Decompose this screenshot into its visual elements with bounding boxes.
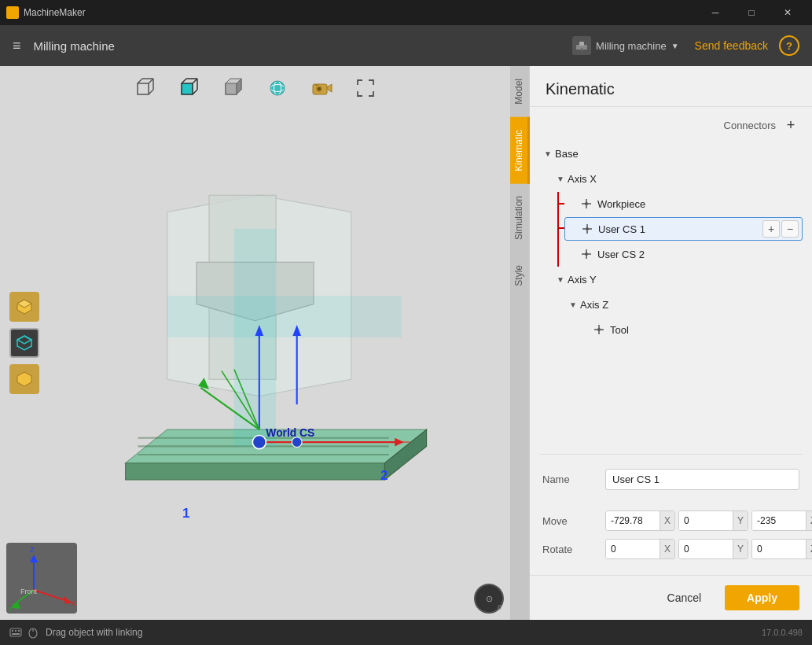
solid-wireframe-button[interactable] [175, 74, 204, 102]
move-x-wrap: X [605, 510, 675, 531]
statusbar-icons [9, 626, 39, 639]
svg-rect-13 [182, 83, 193, 94]
svg-rect-6 [581, 48, 582, 51]
apply-button[interactable]: Apply [725, 585, 799, 610]
rotate-y-wrap: Y [678, 539, 748, 559]
svg-point-31 [318, 87, 321, 90]
svg-rect-7 [138, 83, 149, 94]
maximize-button[interactable]: □ [733, 0, 770, 25]
tree-row-user-cs-2[interactable]: ▶ User CS 2 [564, 242, 803, 266]
tree-row-workpiece[interactable]: ▶ Workpiece [564, 192, 803, 216]
svg-rect-94 [15, 630, 17, 632]
connectors-header: Connectors + [530, 107, 812, 140]
panel-title: Kinematic [530, 66, 812, 107]
svg-point-91 [597, 328, 601, 331]
move-y-input[interactable] [679, 511, 733, 530]
tree-toggle-axis-y[interactable]: ▼ [555, 274, 566, 285]
svg-rect-22 [226, 83, 237, 94]
tree-node-user-cs-1: ▶ User CS 1 + − [564, 217, 803, 241]
rotate-z-input[interactable] [752, 540, 806, 558]
tree-add-button[interactable]: + [762, 220, 780, 238]
rotate-x-input[interactable] [606, 540, 660, 558]
move-coords: X Y Z [605, 510, 812, 531]
tree-row-axis-y[interactable]: ▼ Axis Y [552, 267, 803, 291]
status-text: Drag object with linking [46, 627, 755, 638]
tree-toggle-axis-z[interactable]: ▼ [568, 299, 579, 310]
kinematic-tree: ▼ Base ▼ Axis X [530, 140, 812, 448]
svg-rect-2 [8, 13, 12, 17]
move-z-axis: Z [806, 511, 812, 530]
svg-rect-96 [12, 633, 20, 635]
move-z-wrap: Z [751, 510, 812, 531]
app-title: MachineMaker [24, 7, 697, 18]
machine-scene: World CS 1 2 [0, 113, 510, 612]
style-tab[interactable]: Style [510, 252, 530, 299]
panel-divider [539, 454, 803, 455]
tree-row-base[interactable]: ▼ Base [539, 142, 803, 165]
tree-row-axis-z[interactable]: ▼ Axis Z [564, 293, 803, 316]
svg-point-65 [292, 437, 302, 448]
cube-tool-3[interactable] [9, 364, 39, 394]
solid-button[interactable] [219, 74, 248, 102]
menu-icon[interactable]: ≡ [13, 38, 21, 54]
svg-marker-49 [167, 296, 402, 337]
cube-tool-1[interactable] [9, 292, 39, 322]
kinematic-tab[interactable]: Kinematic [510, 117, 530, 184]
minimize-button[interactable]: ─ [697, 0, 733, 25]
svg-line-15 [193, 79, 197, 83]
svg-text:2: 2 [380, 468, 388, 483]
main-area: World CS 1 2 Z X [0, 66, 812, 620]
add-connector-button[interactable]: + [782, 116, 799, 134]
move-z-input[interactable] [752, 511, 806, 530]
perspective-button[interactable] [263, 74, 292, 102]
send-feedback-button[interactable]: Send feedback [695, 39, 768, 52]
tree-label-user-cs-1: User CS 1 [598, 223, 645, 235]
svg-line-14 [182, 79, 186, 83]
tree-toggle-axis-x[interactable]: ▼ [555, 173, 566, 184]
fit-view-button[interactable] [351, 74, 380, 102]
svg-rect-0 [8, 8, 12, 12]
view-toolbar [0, 74, 510, 102]
camera-button[interactable] [307, 74, 336, 102]
move-row: Move X Y Z [542, 510, 799, 531]
svg-text:1: 1 [182, 506, 189, 521]
viewport[interactable]: World CS 1 2 Z X [0, 66, 510, 620]
cube-tool-2[interactable] [9, 328, 39, 358]
camera-reset-icon[interactable]: ⊙ 0 [474, 584, 504, 614]
tree-remove-button[interactable]: − [781, 220, 799, 238]
cs-icon-tool [593, 323, 605, 336]
svg-marker-36 [17, 336, 31, 344]
tree-toggle-base[interactable]: ▼ [542, 148, 553, 159]
move-x-input[interactable] [606, 511, 660, 530]
tree-actions-user-cs-1: + − [762, 220, 799, 238]
svg-rect-95 [18, 630, 20, 632]
tree-row-axis-x[interactable]: ▼ Axis X [552, 167, 803, 190]
svg-rect-3 [13, 13, 17, 17]
svg-line-8 [138, 79, 142, 83]
tree-row-user-cs-1[interactable]: ▶ User CS 1 + − [564, 217, 803, 241]
svg-line-10 [149, 90, 153, 94]
tree-label-workpiece: Workpiece [597, 198, 799, 210]
svg-point-82 [585, 202, 588, 205]
camera-reset-button[interactable]: ⊙ 0 [474, 584, 504, 614]
app-name-label: Milling machine [34, 39, 573, 53]
rotate-z-axis: Z [806, 540, 812, 558]
tree-label-tool: Tool [610, 324, 799, 336]
machine-selector[interactable]: Milling machine ▼ [572, 36, 679, 55]
app-icon [6, 6, 19, 19]
simulation-tab[interactable]: Simulation [510, 183, 530, 252]
svg-text:X: X [71, 599, 75, 607]
name-label: Name [542, 474, 605, 485]
rotate-y-input[interactable] [679, 540, 733, 558]
svg-marker-43 [126, 463, 385, 480]
tree-node-base: ▼ Base [539, 142, 803, 165]
tree-label-axis-y: Axis Y [568, 274, 799, 286]
wireframe-button[interactable] [131, 74, 160, 102]
titlebar: MachineMaker ─ □ ✕ [0, 0, 812, 25]
help-button[interactable]: ? [779, 35, 799, 56]
model-tab[interactable]: Model [510, 66, 530, 117]
close-button[interactable]: ✕ [770, 0, 806, 25]
tree-row-tool[interactable]: ▶ Tool [577, 318, 803, 341]
name-input[interactable] [605, 469, 799, 490]
cancel-button[interactable]: Cancel [652, 585, 718, 610]
